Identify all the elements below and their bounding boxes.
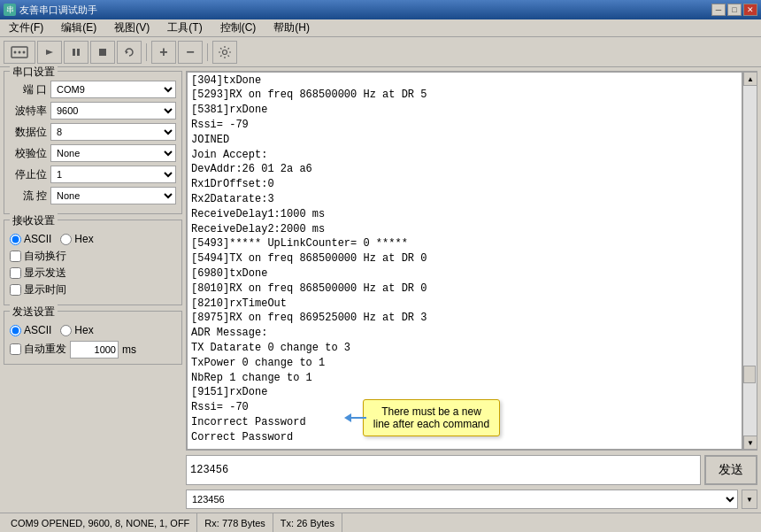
window-controls: ─ □ ✕ [711, 4, 757, 16]
svg-rect-6 [77, 49, 80, 56]
svg-point-2 [19, 50, 21, 53]
toolbar-separator-1 [146, 43, 147, 61]
data-bits-row: 数据位 8 [10, 123, 176, 141]
menu-view[interactable]: 视图(V) [109, 19, 155, 37]
baud-label: 波特率 [10, 104, 47, 119]
arrow-line [350, 417, 366, 419]
menu-tools[interactable]: 工具(T) [162, 19, 207, 37]
scroll-track[interactable] [743, 86, 757, 436]
main-content: 串口设置 端 口 COM9 波特率 9600 数据位 8 校验位 [0, 67, 761, 513]
close-button[interactable]: ✕ [743, 4, 757, 16]
send-settings-group: 发送设置 ASCII Hex 自动重发 1000 ms [4, 311, 182, 365]
flow-control-label: 流 控 [10, 189, 47, 204]
parity-label: 校验位 [10, 146, 47, 161]
receive-ascii-label[interactable]: ASCII [10, 233, 51, 245]
auto-newline-label[interactable]: 自动换行 [10, 249, 176, 264]
svg-marker-8 [126, 50, 128, 54]
toolbar-stop-btn[interactable] [90, 41, 115, 64]
show-time-checkbox[interactable] [10, 284, 21, 296]
receive-area[interactable]: [238]***** UpLinkCounter= 0 *****[239]TX… [187, 72, 742, 450]
show-send-label[interactable]: 显示发送 [10, 266, 176, 281]
port-row: 端 口 COM9 [10, 81, 176, 98]
title-bar: 串 友善串口调试助手 ─ □ ✕ [0, 0, 761, 19]
svg-rect-5 [73, 49, 75, 56]
receive-area-container: [238]***** UpLinkCounter= 0 *****[239]TX… [186, 71, 757, 451]
toolbar-refresh-btn[interactable] [117, 41, 142, 64]
receive-ascii-radio[interactable] [10, 234, 21, 245]
send-hex-label[interactable]: Hex [60, 324, 93, 336]
send-button[interactable]: 发送 [704, 455, 757, 485]
auto-repeat-label[interactable]: 自动重发 [10, 342, 66, 357]
toolbar: + − [0, 37, 761, 67]
send-input[interactable] [186, 455, 701, 485]
scroll-down-btn[interactable]: ▼ [743, 436, 757, 450]
menu-file[interactable]: 文件(F) [4, 19, 49, 37]
toolbar-settings-btn[interactable] [212, 41, 237, 64]
receive-hex-label[interactable]: Hex [60, 233, 93, 245]
toolbar-serial-btn[interactable] [4, 41, 35, 64]
baud-row: 波特率 9600 [10, 102, 176, 120]
auto-repeat-checkbox[interactable] [10, 343, 21, 355]
data-bits-select[interactable]: 8 [50, 123, 176, 141]
auto-repeat-row: 自动重发 1000 ms [10, 340, 176, 359]
svg-point-1 [14, 50, 17, 53]
toolbar-add-btn[interactable]: + [151, 41, 176, 64]
show-send-checkbox[interactable] [10, 267, 21, 279]
port-label: 端 口 [10, 82, 47, 97]
scroll-up-btn[interactable]: ▲ [743, 72, 757, 86]
tooltip-arrow [344, 413, 366, 422]
svg-point-3 [23, 50, 26, 53]
serial-settings-title: 串口设置 [10, 65, 58, 80]
send-ascii-label[interactable]: ASCII [10, 324, 51, 336]
baud-select[interactable]: 9600 [50, 102, 176, 120]
bottom-scroll-down[interactable]: ▼ [742, 490, 757, 509]
svg-rect-7 [99, 49, 106, 56]
stop-bits-select[interactable]: 1 [50, 166, 176, 183]
bottom-select-row: 123456 ▼ [186, 490, 757, 509]
svg-point-9 [223, 50, 227, 54]
status-bar: COM9 OPENED, 9600, 8, NONE, 1, OFF Rx: 7… [0, 513, 761, 532]
bottom-select[interactable]: 123456 [186, 490, 738, 509]
interval-unit: ms [122, 343, 136, 356]
send-ascii-radio[interactable] [10, 325, 21, 336]
receive-mode-group: ASCII Hex [10, 233, 176, 245]
menubar: 文件(F) 编辑(E) 视图(V) 工具(T) 控制(C) 帮助(H) [0, 19, 761, 37]
port-select[interactable]: COM9 [50, 81, 176, 98]
send-row: 发送 There must be a new line after each c… [186, 454, 757, 486]
right-panel: [238]***** UpLinkCounter= 0 *****[239]TX… [186, 67, 761, 513]
show-time-label[interactable]: 显示时间 [10, 282, 176, 297]
tooltip-text: There must be a new line after each comm… [373, 405, 489, 430]
serial-settings-group: 串口设置 端 口 COM9 波特率 9600 数据位 8 校验位 [4, 71, 182, 214]
stop-bits-row: 停止位 1 [10, 166, 176, 183]
svg-marker-4 [46, 50, 53, 55]
status-port-info: COM9 OPENED, 9600, 8, NONE, 1, OFF [4, 513, 197, 532]
data-bits-label: 数据位 [10, 125, 47, 140]
send-settings-title: 发送设置 [10, 305, 58, 320]
auto-repeat-interval[interactable]: 1000 [70, 341, 119, 359]
send-mode-group: ASCII Hex [10, 324, 176, 336]
minimize-button[interactable]: ─ [711, 4, 726, 16]
menu-control[interactable]: 控制(C) [215, 19, 262, 37]
app-icon: 串 [4, 4, 16, 16]
toolbar-open-btn[interactable] [37, 41, 62, 64]
receive-scrollbar[interactable]: ▲ ▼ [742, 72, 757, 450]
receive-hex-radio[interactable] [60, 234, 72, 245]
flow-control-select[interactable]: None [50, 187, 176, 204]
menu-edit[interactable]: 编辑(E) [56, 19, 102, 37]
maximize-button[interactable]: □ [727, 4, 742, 16]
parity-select[interactable]: None [50, 144, 176, 162]
auto-newline-checkbox[interactable] [10, 251, 21, 262]
left-panel: 串口设置 端 口 COM9 波特率 9600 数据位 8 校验位 [0, 67, 186, 513]
send-hex-radio[interactable] [60, 325, 72, 336]
menu-help[interactable]: 帮助(H) [268, 19, 315, 37]
toolbar-pause-btn[interactable] [64, 41, 88, 64]
status-rx: Rx: 778 Bytes [197, 513, 273, 532]
toolbar-remove-btn[interactable]: − [178, 41, 203, 64]
scroll-thumb[interactable] [743, 366, 756, 383]
tooltip-bubble: There must be a new line after each comm… [363, 399, 500, 436]
parity-row: 校验位 None [10, 144, 176, 162]
status-tx: Tx: 26 Bytes [273, 513, 342, 532]
receive-settings-title: 接收设置 [10, 213, 58, 228]
window-title: 友善串口调试助手 [19, 4, 97, 17]
toolbar-separator-2 [207, 43, 208, 61]
